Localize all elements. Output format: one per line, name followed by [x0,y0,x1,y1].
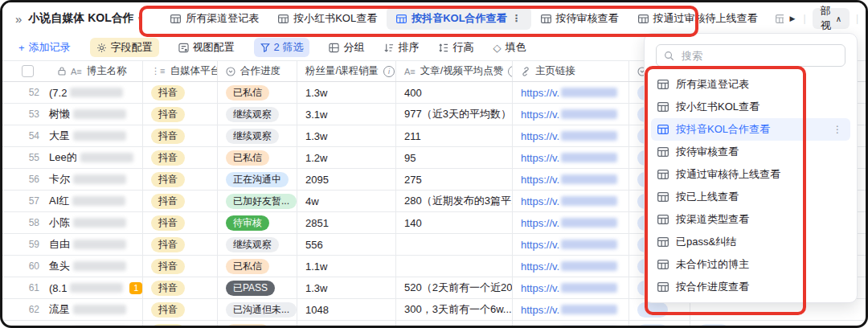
cell-likes[interactable]: 280（近期发布的3篇平... [396,191,513,211]
cell-progress[interactable]: 继续观察 [218,104,297,125]
filter-button[interactable]: 2 筛选 [254,38,310,57]
cell-link[interactable]: https://v. [513,169,629,190]
cell-fans[interactable]: 1.3w [297,277,396,298]
cell-name[interactable]: 60 鱼头 [2,256,143,277]
header-likes[interactable]: A≡ 文章/视频平均点赞 i [396,61,513,81]
cell-name[interactable]: 54 大星 [2,125,143,146]
cell-platform[interactable]: 抖音 [143,82,218,103]
cell-likes[interactable] [396,256,513,277]
tab-more-icon[interactable]: ⋮ [512,13,522,24]
cell-fans[interactable]: 4664 [297,321,396,328]
info-icon[interactable]: i [383,66,395,77]
collapse-sidebar-icon[interactable]: » [15,12,22,26]
all-views-button[interactable]: 全部视图 ∧ [813,8,850,29]
title-caret-icon[interactable]: ∨ [137,14,143,23]
view-tab[interactable]: 按小红书KOL查看 [268,7,387,30]
cell-progress[interactable]: 正在沟通中 [218,169,297,190]
profile-link[interactable]: https://v. [521,152,559,164]
cell-link[interactable]: https://v. [513,321,629,328]
view-list-item[interactable]: 按已上线查看 [651,186,850,208]
cell-link[interactable]: https://v. [513,191,629,211]
cell-platform[interactable]: 抖音 [143,169,218,190]
cell-likes[interactable]: 400 [396,82,513,103]
row-height-button[interactable]: 行高 [438,40,473,55]
cell-likes[interactable]: 160（两天前有一个近2... [396,321,513,328]
cell-platform[interactable]: 抖音 [143,277,218,298]
profile-link[interactable]: https://v. [521,304,559,316]
group-button[interactable]: 分组 [329,40,364,55]
view-list-item[interactable]: 未合作过的博主 [651,253,850,276]
cell-platform[interactable]: 抖音 [143,147,218,168]
cell-platform[interactable]: 抖音 [143,125,218,146]
cell-progress[interactable]: 待审核 [218,212,297,233]
cell-progress[interactable]: 继续观察 [218,234,297,255]
cell-link[interactable]: https://v. [513,299,629,320]
cell-name[interactable]: 52 (7.2 [2,82,143,103]
cell-hidden-select[interactable]: 重复 [629,321,690,328]
cell-name[interactable]: 56 卡尔 [2,169,143,190]
cell-platform[interactable]: 抖音 [143,256,218,277]
cell-fans[interactable]: 2095 [297,169,396,190]
header-platform[interactable]: ⋮≡ 自媒体平台 [143,61,218,81]
cell-likes[interactable]: 95 [396,147,513,168]
view-tab[interactable]: 所有渠道登记表 [161,7,268,30]
view-list-item[interactable]: 已pass&纠结 [651,231,850,253]
cell-name[interactable]: 62 流星 [2,299,143,320]
cell-fans[interactable]: 2851 [297,212,396,233]
view-list-item[interactable]: 按渠道类型查看 [651,208,850,231]
page-title[interactable]: 小说自媒体 KOL合作 [28,11,133,26]
cell-fans[interactable]: 4w [297,191,396,211]
view-list-item[interactable]: 所有渠道登记表 [651,73,850,96]
cell-progress[interactable]: 已PASS [218,277,297,298]
cell-progress[interactable]: 已私信 [218,321,297,328]
view-search-input[interactable] [680,49,837,63]
view-list-item[interactable]: 按通过审核待上线查看 [651,163,850,186]
profile-link[interactable]: https://v. [521,174,559,186]
cell-likes[interactable] [396,234,513,255]
view-tab[interactable]: 按抖音KOL合作查看 ⋮ [387,7,530,30]
header-link[interactable]: 主页链接 [513,61,629,81]
cell-likes[interactable]: 520（2天前有一个近20... [396,277,513,298]
view-list-item[interactable]: 按小红书KOL查看 [651,96,850,118]
cell-platform[interactable]: 抖音 [143,104,218,125]
view-list-item[interactable]: 按抖音KOL合作查看 ⋮ [651,118,850,141]
sort-button[interactable]: 排序 [383,40,419,55]
cell-platform[interactable]: 抖音 [143,234,218,255]
profile-link[interactable]: https://v. [521,109,559,121]
view-list-item[interactable]: 按待审核查看 [651,141,850,163]
cell-progress[interactable]: 已加好友暂... [218,191,297,211]
header-name[interactable]: A≡ 博主名称 [2,61,143,81]
cell-fans[interactable]: 3.1w [297,104,396,125]
cell-platform[interactable]: 抖音 [143,191,218,211]
select-all-checkbox[interactable] [22,65,34,77]
cell-platform[interactable]: 抖音 [143,299,218,320]
profile-link[interactable]: https://v. [521,326,559,328]
cell-progress[interactable]: 已沟通但未... [218,299,297,320]
cell-platform[interactable]: 抖音 [143,321,218,328]
cell-link[interactable]: https://v. [513,212,629,233]
cell-likes[interactable]: 211 [396,125,513,146]
view-tab[interactable]: 按通过审核待上线查看 [628,7,768,30]
cell-fans[interactable]: 1.3w [297,82,396,103]
view-config-button[interactable]: 视图配置 [178,40,235,55]
tabs-scroll-right-icon[interactable]: ▶ [790,14,796,23]
cell-link[interactable]: https://v. [513,104,629,125]
add-record-button[interactable]: + 添加记录 [18,40,71,55]
cell-name[interactable]: 59 自由 [2,234,143,255]
cell-platform[interactable]: 抖音 [143,212,218,233]
profile-link[interactable]: https://v. [521,282,559,294]
profile-link[interactable]: https://v. [521,260,559,273]
cell-fans[interactable]: 556 [297,234,396,255]
cell-fans[interactable]: 1.3w [297,125,396,146]
cell-link[interactable]: https://v. [513,147,629,168]
profile-link[interactable]: https://v. [521,195,559,207]
field-config-button[interactable]: 字段配置 [90,38,159,57]
view-search[interactable] [656,44,845,67]
cell-name[interactable]: 63 任重 [2,321,143,328]
cell-link[interactable]: https://v. [513,256,629,277]
cell-likes[interactable]: 140 [396,212,513,233]
cell-progress[interactable]: 继续观察 [218,125,297,146]
fill-color-button[interactable]: ◇ 填色 [493,40,526,55]
cell-link[interactable]: https://v. [513,234,629,255]
cell-fans[interactable]: 1.1w [297,256,396,277]
